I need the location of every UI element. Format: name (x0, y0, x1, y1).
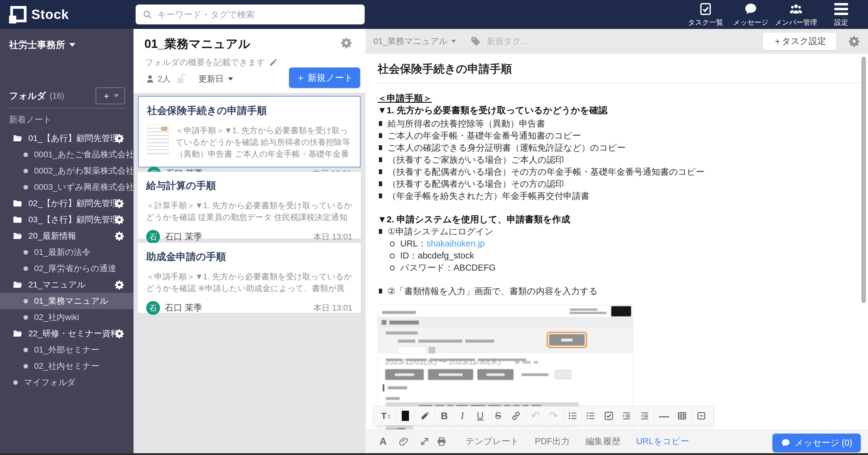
task-setting-button[interactable]: ＋タスク設定 (763, 32, 837, 50)
gear-icon[interactable] (114, 198, 124, 208)
sidebar-subfolder[interactable]: 0002_あがわ製薬株式会社 (0, 163, 133, 179)
highlighter-button[interactable] (416, 406, 434, 425)
redo-button[interactable]: ↷ (544, 406, 562, 425)
add-folder-button[interactable]: ＋ (96, 87, 125, 104)
numbered-list-button[interactable] (582, 406, 600, 425)
sidebar-folder[interactable]: 21_マニュアル (0, 277, 133, 293)
sidebar-item-new-notes[interactable]: 新着ノート (9, 114, 52, 125)
bullet-item: ②「書類情報を入力」画面で、書類の内容を入力する (378, 285, 868, 297)
nav-member-management[interactable]: メンバー管理 (773, 0, 818, 29)
folders-header: フォルダ (16) ＋ (9, 86, 125, 108)
note-card-selected[interactable]: 社会保険手続きの申請手順 ＜申請手順＞▼1. 先方から必要書類を受け取っているか… (138, 96, 361, 167)
topbar: Stock タスク一覧 メッセージ メンバー管理 設定 (0, 0, 868, 29)
nav-settings[interactable]: 設定 (818, 0, 864, 29)
unlock-icon[interactable] (175, 73, 187, 85)
note-card-preview: ＜申請手順＞▼1. 先方から必要書類を受け取っているかどうかを確認 給与所得者の… (176, 125, 351, 160)
dot-icon (24, 153, 28, 157)
gear-icon[interactable] (114, 231, 124, 241)
insert-table-button[interactable] (673, 406, 691, 425)
gear-icon[interactable] (114, 215, 124, 225)
square-bullet-icon (379, 157, 382, 162)
print-button[interactable] (433, 432, 450, 451)
dot-icon (24, 185, 28, 190)
attach-file-button[interactable] (396, 432, 412, 451)
pdf-export-button[interactable]: PDF出力 (535, 435, 569, 448)
sidebar-my-folder[interactable]: マイフォルダ (0, 374, 133, 391)
external-link[interactable]: shakaihoken.jp (427, 237, 485, 250)
search-input[interactable] (157, 9, 365, 20)
checklist-button[interactable] (600, 406, 618, 425)
note-card-preview: ＜申請手順＞▼1. 先方から必要書類を受け取っているかどうかを確認 ※申請したい… (146, 271, 352, 294)
italic-button[interactable]: I (453, 406, 471, 425)
app-logo[interactable]: Stock (9, 5, 69, 24)
folder-description[interactable]: フォルダの概要を記載できます (145, 57, 278, 68)
sidebar-folder[interactable]: 22_研修・セミナー資料 (0, 325, 133, 342)
sidebar-subfolder[interactable]: 01_最新の法令 (0, 244, 133, 260)
remove-table-button[interactable] (692, 406, 710, 425)
bullet-list-button[interactable] (564, 406, 582, 425)
section-subheading: ▼1. 先方から必要書類を受け取っているかどうかを確認 (378, 104, 868, 116)
text-color-button[interactable] (396, 406, 414, 425)
sidebar-folder[interactable]: 20_最新情報 (0, 228, 133, 244)
gear-icon[interactable] (340, 37, 352, 49)
bold-button[interactable]: B (435, 406, 453, 425)
link-button[interactable] (507, 406, 525, 425)
copy-url-button[interactable]: URLをコピー (636, 435, 689, 448)
sidebar-subfolder-selected[interactable]: 01_業務マニュアル (0, 293, 133, 309)
bullet-item: （扶養する配偶者がいる場合）その方の年金手帳・基礎年金番号通知書のコピー (378, 166, 868, 178)
dot-icon (13, 380, 18, 385)
dot-icon (24, 266, 28, 271)
underline-button[interactable]: U (471, 406, 489, 425)
note-editor[interactable]: 社会保険手続きの申請手順 ＜申請手順＞ ▼1. 先方から必要書類を受け取っている… (366, 54, 868, 429)
strikethrough-button[interactable]: S (489, 406, 507, 425)
sidebar-folder[interactable]: 02_【か行】顧問先管理 (0, 195, 133, 212)
chevron-down-icon (228, 77, 233, 80)
nav-messages[interactable]: メッセージ (728, 0, 773, 29)
gear-icon[interactable] (114, 280, 124, 290)
folder-icon (12, 215, 23, 225)
horizontal-rule-button[interactable]: — (655, 406, 673, 425)
gear-icon[interactable] (114, 328, 124, 339)
note-card[interactable]: 給与計算の手順 ＜計算手順＞▼1. 先方から必要書類を受け取っているかどうかを確… (138, 172, 361, 239)
sort-dropdown[interactable]: 更新日 (198, 73, 233, 85)
bullet-item: ご本人の確認できる身分証明書（運転免許証など）のコピー (378, 142, 868, 154)
editor-toolbar: T↕ B I U S ↶ ↷ — (374, 406, 714, 425)
member-count[interactable]: 2人 (158, 73, 171, 85)
undo-button[interactable]: ↶ (527, 406, 545, 425)
note-timestamp: 本日 13:01 (313, 231, 352, 242)
bullet-item: ①申請システムにログイン (378, 225, 868, 237)
scrollbar-thumb[interactable] (861, 57, 866, 303)
template-button[interactable]: テンプレート (466, 435, 519, 448)
global-search[interactable] (135, 4, 365, 24)
square-bullet-icon (379, 169, 382, 174)
sidebar-subfolder[interactable]: 02_厚労省からの通達 (0, 260, 133, 277)
gear-icon[interactable] (114, 133, 124, 143)
indent-button[interactable] (618, 406, 636, 425)
edit-history-button[interactable]: 編集履歴 (585, 435, 620, 448)
sidebar-subfolder[interactable]: 02_社内セミナー (0, 358, 133, 374)
sidebar-subfolder[interactable]: 0001_あたご食品株式会社 (0, 147, 133, 163)
new-note-button[interactable]: ＋ 新規ノート (289, 67, 360, 88)
sidebar-subfolder[interactable]: 0003_いずみ興産株式会社 (0, 179, 133, 195)
message-button[interactable]: メッセージ (0) (772, 433, 861, 452)
sidebar-folder[interactable]: 03_【さ行】顧問先管理 (0, 212, 133, 228)
font-style-button[interactable]: A (375, 432, 392, 451)
text-size-button[interactable]: T↕ (377, 406, 395, 425)
sidebar-subfolder[interactable]: 01_外部セミナー (0, 342, 133, 358)
gear-icon[interactable] (848, 35, 860, 47)
printer-icon (436, 436, 447, 447)
stock-logo-icon (9, 5, 27, 24)
note-card[interactable]: 助成金申請の手順 ＜申請手順＞▼1. 先方から必要書類を受け取っているかどうかを… (138, 243, 361, 313)
color-swatch-icon (402, 411, 409, 421)
sidebar-folder[interactable]: 01_【あ行】顧問先管理 (0, 130, 133, 147)
note-folder-breadcrumb[interactable]: 01_業務マニュアル (373, 36, 456, 47)
folder-open-icon (12, 231, 23, 241)
new-tag-input[interactable] (486, 36, 596, 46)
fullscreen-button[interactable] (416, 432, 433, 451)
nav-task-list[interactable]: タスク一覧 (683, 0, 728, 29)
folder-open-icon (12, 280, 23, 290)
workspace-switcher[interactable]: 社労士事務所 (9, 39, 75, 51)
sidebar-subfolder[interactable]: 02_社内wiki (0, 309, 133, 325)
folders-count: (16) (50, 91, 64, 101)
outdent-button[interactable] (636, 406, 654, 425)
